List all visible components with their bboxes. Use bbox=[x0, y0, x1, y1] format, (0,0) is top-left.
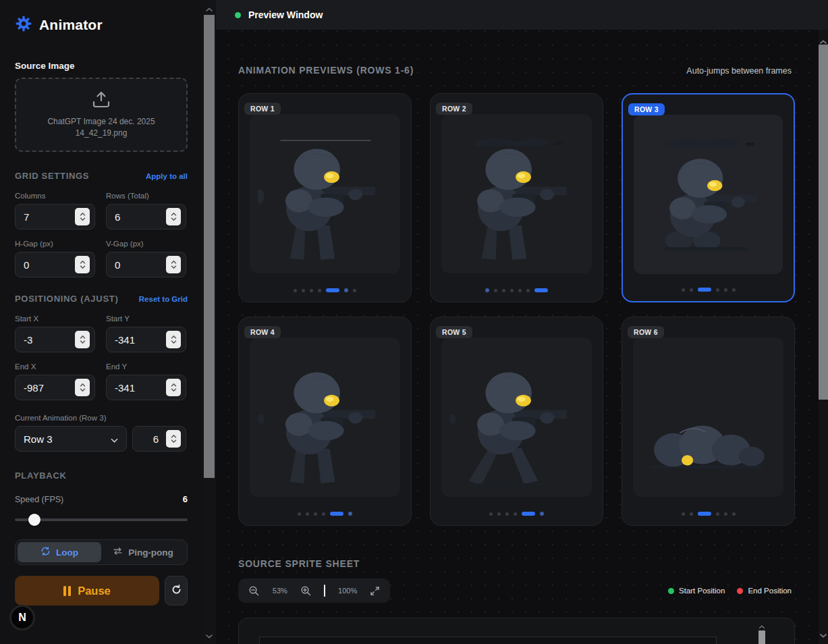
speed-slider-thumb[interactable] bbox=[28, 514, 40, 526]
reset-to-grid-link[interactable]: Reset to Grid bbox=[139, 295, 188, 303]
animation-preview-panel bbox=[633, 338, 783, 497]
frame-dot[interactable] bbox=[314, 512, 317, 516]
row-select[interactable]: Row 3 bbox=[15, 426, 127, 452]
frames-stepper[interactable] bbox=[166, 430, 181, 448]
row-badge: ROW 3 bbox=[628, 103, 665, 115]
frame-dot[interactable] bbox=[518, 289, 522, 292]
frame-dot[interactable] bbox=[302, 289, 305, 292]
end-position-legend: End Position bbox=[737, 587, 792, 595]
pause-icon bbox=[63, 586, 71, 596]
frame-dot[interactable] bbox=[322, 512, 325, 516]
sprite-frame bbox=[641, 130, 776, 274]
preview-card-row-5[interactable]: ROW 5 bbox=[430, 317, 603, 526]
zoom-reset-value[interactable]: 100% bbox=[338, 587, 357, 595]
frame-indicator-dots bbox=[431, 288, 603, 292]
frame-dot[interactable] bbox=[348, 512, 352, 516]
speed-slider[interactable] bbox=[15, 514, 188, 526]
sprite-sheet-panel bbox=[238, 618, 795, 644]
frame-dot[interactable] bbox=[502, 289, 505, 292]
endx-stepper[interactable] bbox=[75, 379, 90, 396]
frame-dot[interactable] bbox=[494, 289, 497, 292]
preview-card-row-2[interactable]: ROW 2 bbox=[430, 93, 603, 302]
frame-dot[interactable] bbox=[690, 512, 693, 516]
sheet-scrollbar-thumb[interactable] bbox=[758, 630, 765, 644]
sidebar-scrollbar-thumb[interactable] bbox=[204, 15, 215, 478]
current-frame-dot[interactable] bbox=[330, 512, 343, 516]
vgap-stepper[interactable] bbox=[166, 256, 181, 273]
sprite-sheet-canvas[interactable] bbox=[259, 637, 717, 644]
frame-dot[interactable] bbox=[724, 512, 727, 516]
frame-dot[interactable] bbox=[716, 288, 719, 292]
current-frame-dot[interactable] bbox=[698, 512, 711, 516]
zoom-in-button[interactable] bbox=[300, 585, 312, 597]
apply-to-all-link[interactable]: Apply to all bbox=[146, 172, 188, 180]
frame-dot[interactable] bbox=[306, 512, 309, 516]
startx-stepper[interactable] bbox=[75, 331, 90, 348]
frame-dot[interactable] bbox=[310, 289, 313, 292]
sprite-frame bbox=[258, 352, 393, 497]
loop-icon bbox=[40, 546, 51, 558]
speed-label: Speed (FPS) bbox=[15, 495, 63, 504]
frame-dot[interactable] bbox=[716, 512, 719, 516]
pingpong-button[interactable]: Ping-pong bbox=[101, 542, 185, 562]
current-frame-dot[interactable] bbox=[522, 512, 535, 516]
starty-stepper[interactable] bbox=[166, 331, 181, 348]
main-scrollbar-thumb[interactable] bbox=[819, 45, 828, 400]
frame-dot[interactable] bbox=[724, 288, 727, 292]
frame-dot[interactable] bbox=[298, 512, 301, 516]
frame-dot[interactable] bbox=[540, 512, 544, 516]
current-frame-dot[interactable] bbox=[534, 288, 548, 292]
preview-card-row-6[interactable]: ROW 6 bbox=[622, 317, 795, 526]
frame-dot[interactable] bbox=[318, 289, 321, 292]
endy-field-group: End Y bbox=[106, 363, 186, 400]
frame-dot[interactable] bbox=[732, 512, 736, 516]
pause-button[interactable]: Pause bbox=[15, 576, 159, 606]
hgap-stepper[interactable] bbox=[75, 256, 90, 273]
rows-stepper[interactable] bbox=[166, 208, 181, 225]
frame-dot[interactable] bbox=[485, 288, 489, 292]
scroll-down-icon[interactable] bbox=[206, 629, 213, 641]
preview-card-row-3[interactable]: ROW 3 bbox=[622, 93, 795, 302]
frame-dot[interactable] bbox=[353, 289, 356, 292]
endy-stepper[interactable] bbox=[166, 379, 181, 396]
frame-dot[interactable] bbox=[690, 288, 693, 292]
frame-indicator-dots bbox=[622, 512, 794, 516]
upload-filename: ChatGPT Image 24 dec. 2025 14_42_19.png bbox=[38, 116, 164, 140]
loop-button[interactable]: Loop bbox=[18, 542, 101, 562]
current-frame-dot[interactable] bbox=[698, 288, 711, 292]
speed-slider-track[interactable] bbox=[15, 518, 188, 521]
frame-indicator-dots bbox=[239, 512, 411, 516]
frame-dot[interactable] bbox=[344, 288, 348, 292]
frame-dot[interactable] bbox=[510, 289, 514, 292]
frame-dot[interactable] bbox=[682, 288, 685, 292]
sprite-frame bbox=[449, 352, 584, 497]
current-frame-dot[interactable] bbox=[326, 288, 339, 292]
frame-dot[interactable] bbox=[505, 512, 509, 516]
row-badge: ROW 1 bbox=[244, 103, 281, 115]
main-scroll-down-icon[interactable] bbox=[820, 628, 827, 641]
expand-icon[interactable] bbox=[370, 586, 380, 596]
frame-dot[interactable] bbox=[497, 512, 501, 516]
zoom-out-button[interactable] bbox=[248, 585, 260, 597]
frame-dot[interactable] bbox=[732, 288, 736, 292]
preview-card-row-4[interactable]: ROW 4 bbox=[238, 317, 412, 526]
frame-dot[interactable] bbox=[682, 512, 685, 516]
scroll-up-icon[interactable] bbox=[206, 3, 213, 15]
frame-dot[interactable] bbox=[514, 512, 517, 516]
reset-playback-button[interactable] bbox=[165, 576, 188, 606]
row-badge: ROW 2 bbox=[436, 103, 472, 115]
frame-dot[interactable] bbox=[489, 512, 493, 516]
hgap-field-group: H-Gap (px) bbox=[15, 240, 95, 277]
main-scrollbar[interactable] bbox=[819, 30, 828, 644]
upload-dropzone[interactable]: ChatGPT Image 24 dec. 2025 14_42_19.png bbox=[15, 78, 188, 152]
frame-dot[interactable] bbox=[526, 289, 530, 292]
n-avatar[interactable]: N bbox=[9, 605, 35, 630]
sheet-scrollbar[interactable] bbox=[758, 621, 766, 644]
preview-card-row-1[interactable]: ROW 1 bbox=[238, 93, 412, 302]
columns-stepper[interactable] bbox=[75, 208, 90, 225]
row-badge: ROW 6 bbox=[628, 326, 664, 338]
vgap-field-group: V-Gap (px) bbox=[106, 240, 186, 277]
frame-dot[interactable] bbox=[294, 289, 297, 292]
startx-field-group: Start X bbox=[15, 315, 95, 352]
sidebar-scrollbar[interactable] bbox=[202, 0, 216, 644]
